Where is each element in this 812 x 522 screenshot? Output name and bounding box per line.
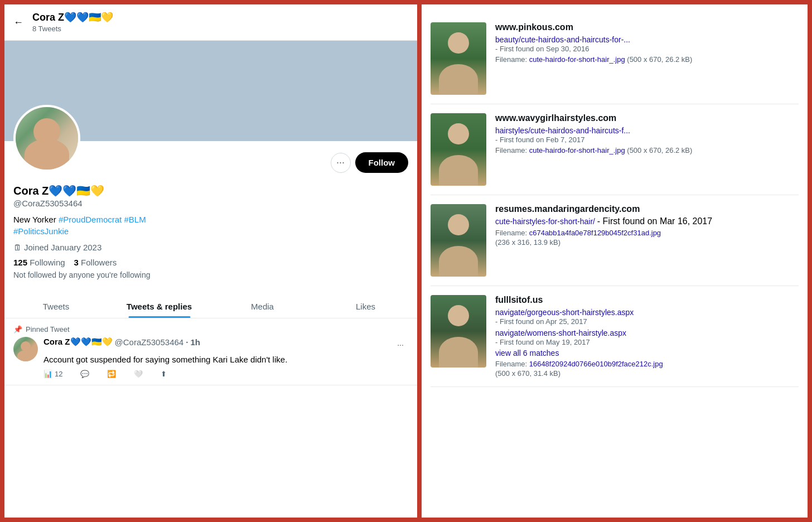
tweet-header: Cora Z💙💙🇺🇦💛 @CoraZ53053464 · 1h ···	[44, 337, 408, 352]
result-dimensions: (500 x 670, 26.2 kB)	[627, 146, 692, 154]
result-item: www.pinkous.com beauty/cute-hairdos-and-…	[431, 13, 799, 104]
tweet-author-name: Cora Z💙💙🇺🇦💛	[44, 337, 113, 347]
filename-link[interactable]: cute-hairdo-for-short-hair_.jpg	[529, 55, 625, 64]
retweet-button[interactable]: 🔁	[107, 370, 116, 378]
result-path-text: cute-hairstyles-for-short-hair/	[495, 217, 595, 226]
result-found-date: - First found on Sep 30, 2016	[495, 45, 799, 53]
tweet-name-row: Cora Z💙💙🇺🇦💛 @CoraZ53053464 · 1h	[44, 337, 200, 347]
tweet-author-handle: @CoraZ53053464	[115, 337, 184, 347]
not-followed-notice: Not followed by anyone you're following	[13, 270, 408, 279]
result-path-link[interactable]: beauty/cute-hairdos-and-haircuts-for-...	[495, 35, 630, 44]
result-item: resumes.mandaringardencity.com cute-hair…	[431, 195, 799, 286]
bio-hashtag-1[interactable]: #ProudDemocrat	[59, 215, 122, 224]
tweet-actions: 📊 12 💬 🔁 🤍 ⬆	[44, 370, 408, 378]
followers-count: 3	[74, 258, 79, 267]
bio-text-plain: New Yorker	[13, 215, 59, 224]
result-filename: Filename: 16648f20924d0766e010b9f2face21…	[495, 360, 799, 368]
joined-date: 🗓 Joined January 2023	[13, 243, 408, 252]
tweet-time: · 1h	[186, 337, 200, 347]
result-info: fulllsitof.us navigate/gorgeous-short-ha…	[495, 295, 799, 378]
twitter-profile-panel: ← Cora Z💙💙🇺🇦💛 8 Tweets ··· Follow Cora Z…	[4, 4, 417, 518]
profile-header: ← Cora Z💙💙🇺🇦💛 8 Tweets	[4, 4, 417, 41]
tweet-author-avatar	[13, 337, 38, 361]
comment-icon: 💬	[80, 370, 89, 378]
profile-section: ··· Follow	[4, 141, 417, 180]
reply-button[interactable]: 💬	[80, 370, 89, 378]
tab-likes-label: Likes	[356, 302, 375, 311]
stats-button[interactable]: 📊 12	[44, 370, 62, 378]
result-path-link-2[interactable]: navigate/womens-short-hairstyle.aspx	[495, 328, 626, 337]
result-dimensions: (500 x 670, 26.2 kB)	[627, 55, 692, 64]
result-thumbnail	[431, 22, 486, 95]
share-icon: ⬆	[161, 370, 167, 378]
result-info: www.wavygirlhairstyles.com hairstyles/cu…	[495, 113, 799, 186]
filename-label: Filename:	[495, 229, 527, 237]
follow-button[interactable]: Follow	[355, 152, 409, 173]
result-filename: Filename: c674abb1a4fa0e78f129b045f2cf31…	[495, 229, 799, 237]
result-info: resumes.mandaringardencity.com cute-hair…	[495, 204, 799, 277]
tweet-content: Cora Z💙💙🇺🇦💛 @CoraZ53053464 · 1h ··· Acco…	[44, 337, 408, 378]
avatar-image	[16, 107, 78, 170]
retweet-icon: 🔁	[107, 370, 116, 378]
like-button[interactable]: 🤍	[134, 370, 143, 378]
tab-tweets-label: Tweets	[43, 302, 70, 311]
followers-count-group[interactable]: 3 Followers	[74, 258, 117, 267]
view-all-matches-link[interactable]: view all 6 matches	[495, 349, 799, 357]
tab-tweets[interactable]: Tweets	[4, 293, 108, 318]
image-search-results-panel: www.pinkous.com beauty/cute-hairdos-and-…	[422, 4, 808, 518]
following-label-text: Following	[30, 258, 65, 267]
result-dimensions: (236 x 316, 13.9 kB)	[495, 238, 799, 246]
result-dimensions: (500 x 670, 31.4 kB)	[495, 369, 799, 378]
profile-info: Cora Z💙💙🇺🇦💛 @CoraZ53053464 New Yorker #P…	[4, 180, 417, 293]
tab-media-label: Media	[251, 302, 274, 311]
following-count-group[interactable]: 125 Following	[13, 258, 65, 267]
result-path-suffix: - First found on Mar 16, 2017	[597, 216, 712, 226]
tab-media[interactable]: Media	[211, 293, 314, 318]
stats-count: 12	[55, 370, 62, 378]
result-thumbnail	[431, 295, 486, 368]
pin-icon: 📌	[13, 325, 22, 334]
result-domain: www.pinkous.com	[495, 22, 799, 32]
result-item: www.wavygirlhairstyles.com hairstyles/cu…	[431, 104, 799, 195]
tab-tweets-replies[interactable]: Tweets & replies	[108, 293, 211, 318]
tab-tweets-replies-label: Tweets & replies	[127, 302, 192, 311]
filename-label: Filename:	[495, 55, 527, 64]
avatar	[13, 105, 80, 172]
tab-likes[interactable]: Likes	[314, 293, 417, 318]
pinned-tweet: 📌 Pinned Tweet Cora Z💙💙🇺🇦💛 @CoraZ5305346…	[4, 318, 417, 385]
username: @CoraZ53053464	[13, 199, 408, 208]
pin-indicator: 📌 Pinned Tweet	[13, 325, 408, 334]
joined-text: Joined January 2023	[24, 243, 102, 252]
result-thumbnail	[431, 204, 486, 277]
following-count: 125	[13, 258, 27, 267]
filename-link[interactable]: cute-hairdo-for-short-hair_.jpg	[529, 146, 625, 154]
bio-hashtag-3[interactable]: #PoliticsJunkie	[13, 226, 69, 236]
header-text: Cora Z💙💙🇺🇦💛 8 Tweets	[32, 11, 113, 33]
following-row: 125 Following 3 Followers	[13, 258, 408, 267]
like-icon: 🤍	[134, 370, 143, 378]
result-found-date: - First found on Feb 7, 2017	[495, 136, 799, 144]
result-found-date-2: - First found on May 19, 2017	[495, 338, 799, 346]
display-name: Cora Z💙💙🇺🇦💛	[13, 184, 408, 197]
more-options-button[interactable]: ···	[331, 153, 351, 173]
result-path-link[interactable]: cute-hairstyles-for-short-hair/	[495, 217, 597, 226]
profile-tabs: Tweets Tweets & replies Media Likes	[4, 293, 417, 318]
result-domain: fulllsitof.us	[495, 295, 799, 305]
result-filename: Filename: cute-hairdo-for-short-hair_.jp…	[495, 146, 799, 154]
result-filename: Filename: cute-hairdo-for-short-hair_.jp…	[495, 55, 799, 64]
result-found-date: - First found on Apr 25, 2017	[495, 317, 799, 326]
tweet-text: Account got suspended for saying somethi…	[44, 354, 408, 365]
tweet-more-button[interactable]: ···	[393, 337, 408, 352]
back-button[interactable]: ←	[13, 17, 23, 28]
result-domain: resumes.mandaringardencity.com	[495, 204, 799, 214]
result-thumbnail	[431, 113, 486, 186]
filename-link[interactable]: 16648f20924d0766e010b9f2face212c.jpg	[529, 360, 663, 368]
share-button[interactable]: ⬆	[161, 370, 167, 378]
bio: New Yorker #ProudDemocrat #BLM#PoliticsJ…	[13, 214, 408, 237]
filename-link[interactable]: c674abb1a4fa0e78f129b045f2cf31ad.jpg	[529, 229, 661, 237]
pinned-label: Pinned Tweet	[26, 325, 70, 334]
followers-label-text: Followers	[81, 258, 117, 267]
result-path-link[interactable]: hairstyles/cute-hairdos-and-haircuts-f..…	[495, 126, 630, 135]
result-path-link[interactable]: navigate/gorgeous-short-hairstyles.aspx	[495, 308, 634, 317]
bio-hashtag-2[interactable]: #BLM	[124, 215, 146, 224]
